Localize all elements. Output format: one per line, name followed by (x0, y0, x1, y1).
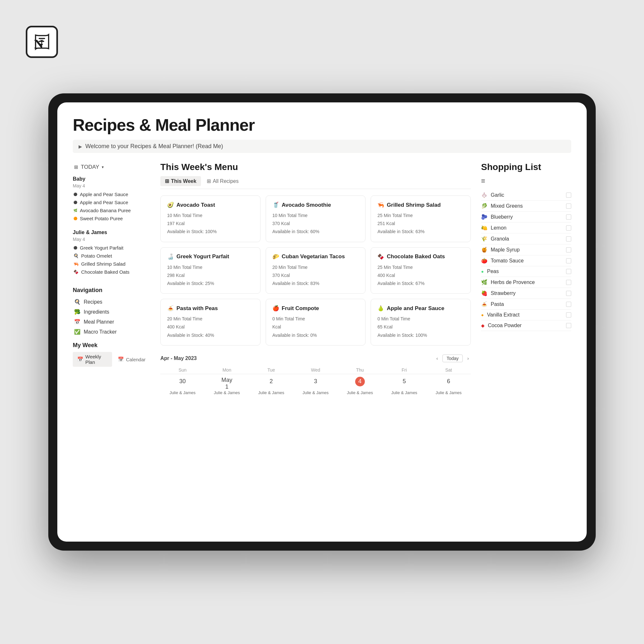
sidebar-item-apple-pear-1[interactable]: ⚫ Apple and Pear Sauce (73, 190, 150, 198)
card-stock: Available in Stock: 60% (272, 228, 359, 236)
shopping-item-strawberry[interactable]: 🍓 Strawberry (481, 288, 571, 299)
item-label: Garlic (491, 192, 504, 198)
card-title-text: Apple and Pear Sauce (387, 305, 444, 312)
shopping-item-peas[interactable]: ● Peas (481, 266, 571, 277)
cal-day-5[interactable]: 5 (382, 374, 427, 390)
nav-label: Ingredients (84, 309, 109, 315)
shopping-item-left: 🍓 Strawberry (481, 290, 516, 296)
cal-day-may1[interactable]: May 1 (205, 374, 249, 390)
cal-prev-btn[interactable]: ‹ (434, 355, 440, 362)
item-label: Tomato Sauce (491, 258, 524, 264)
shopping-item-blueberry[interactable]: 🫐 Blueberry (481, 212, 571, 223)
day-header-mon: Mon (205, 366, 249, 374)
all-recipes-icon: ⊞ (207, 178, 211, 184)
item-label: Blueberry (491, 214, 513, 220)
shopping-item-tomato-sauce[interactable]: 🍅 Tomato Sauce (481, 255, 571, 266)
sidebar-item-greek-yogurt[interactable]: ⚫ Greek Yogurt Parfait (73, 244, 150, 252)
shopping-checkbox[interactable] (566, 302, 571, 307)
shopping-checkbox[interactable] (566, 225, 571, 231)
cal-day-6[interactable]: 6 (426, 374, 471, 390)
welcome-banner[interactable]: ▶ Welcome to your Recipes & Meal Planner… (73, 140, 571, 153)
shopping-items: 🧄 Garlic 🥬 Mixed Greens (481, 190, 571, 331)
recipe-card-choc-oats[interactable]: 🍫 Chocolate Baked Oats 25 Min Total Time… (371, 247, 471, 294)
menu-section-title: This Week's Menu (160, 162, 471, 172)
tab-all-recipes[interactable]: ⊞ All Recipes (202, 176, 243, 186)
shrimp-icon: 🦐 (73, 261, 79, 266)
sidebar-item-sweet-potato[interactable]: 🟠 Sweet Potato Puree (73, 214, 150, 223)
card-meta: 25 Min Total Time 400 Kcal Available in … (377, 263, 464, 288)
shopping-item-herbs[interactable]: 🌿 Herbs de Provence (481, 277, 571, 288)
recipe-card-grilled-shrimp[interactable]: 🦐 Grilled Shrimp Salad 25 Min Total Time… (371, 195, 471, 242)
shopping-item-vanilla[interactable]: ● Vanilla Extract (481, 310, 571, 320)
sidebar-section-baby: Baby May 4 ⚫ Apple and Pear Sauce ⚫ Appl… (73, 176, 150, 223)
shopping-checkbox[interactable] (566, 204, 571, 209)
fruit-icon: 🍎 (272, 305, 279, 312)
shopping-checkbox[interactable] (566, 269, 571, 274)
grid-icon: ⊞ (74, 164, 78, 170)
day-number: 4 (355, 377, 365, 386)
recipe-card-pasta-peas[interactable]: 🍝 Pasta with Peas 20 Min Total Time 400 … (160, 299, 260, 346)
cal-day-30[interactable]: 30 (160, 374, 205, 390)
tablet-screen: Recipes & Meal Planner ▶ Welcome to your… (57, 102, 587, 542)
shopping-item-cocoa[interactable]: ◆ Cocoa Powder (481, 320, 571, 331)
sidebar-item-avocado-banana[interactable]: 🌿 Avocado Banana Puree (73, 206, 150, 214)
tab-calendar[interactable]: 📅 Calendar (113, 352, 150, 367)
my-week-title: My Week (73, 342, 150, 349)
dot-icon-5: ⚫ (73, 246, 77, 250)
cal-day-3[interactable]: 3 (293, 374, 338, 390)
recipe-card-fruit-compote[interactable]: 🍎 Fruit Compote 0 Min Total Time Kcal Av… (266, 299, 366, 346)
cal-day-2[interactable]: 2 (249, 374, 293, 390)
card-stock: Available in Stock: 25% (167, 279, 254, 288)
recipe-card-cuban-tacos[interactable]: 🌮 Cuban Vegetarian Tacos 20 Min Total Ti… (266, 247, 366, 294)
recipe-card-avocado-toast[interactable]: 🥑 Avocado Toast 10 Min Total Time 197 Kc… (160, 195, 260, 242)
sidebar-item-choc-oats[interactable]: 🍫 Chocolate Baked Oats (73, 268, 150, 276)
item-label: Maple Syrup (491, 247, 520, 253)
sidebar-item-label: Chocolate Baked Oats (81, 269, 129, 275)
shopping-item-lemon[interactable]: 🍋 Lemon (481, 223, 571, 233)
shopping-checkbox[interactable] (566, 214, 571, 220)
shopping-item-pasta[interactable]: 🍝 Pasta (481, 299, 571, 310)
shopping-list-icon: ≡ (481, 177, 571, 185)
sidebar-item-shrimp-salad[interactable]: 🦐 Grilled Shrimp Salad (73, 260, 150, 268)
card-meta: 10 Min Total Time 197 Kcal Available in … (167, 212, 254, 236)
shopping-checkbox[interactable] (566, 312, 571, 317)
dot-icon-3: 🌿 (73, 209, 77, 212)
nav-item-recipes[interactable]: 🍳 Recipes (73, 297, 150, 307)
tab-this-week[interactable]: ⊞ This Week (160, 176, 201, 186)
today-header[interactable]: ⊞ TODAY ▾ (73, 162, 150, 172)
card-stock: Available in Stock: 40% (167, 331, 254, 339)
shopping-checkbox[interactable] (566, 280, 571, 285)
tab-weekly-plan[interactable]: 📅 Weekly Plan (73, 352, 112, 367)
shopping-checkbox[interactable] (566, 291, 571, 296)
sidebar-section-jj-date: May 4 (73, 237, 150, 242)
shopping-item-granola[interactable]: 🌾 Granola (481, 233, 571, 244)
nav-item-meal-planner[interactable]: 📅 Meal Planner (73, 317, 150, 327)
nav-label: Recipes (84, 299, 102, 305)
sidebar-item-apple-pear-2[interactable]: ⚫ Apple and Pear Sauce (73, 198, 150, 206)
shopping-checkbox[interactable] (566, 193, 571, 198)
nav-label: Macro Tracker (84, 329, 117, 335)
recipe-card-apple-pear[interactable]: 🍐 Apple and Pear Sauce 0 Min Total Time … (371, 299, 471, 346)
shopping-item-mixed-greens[interactable]: 🥬 Mixed Greens (481, 201, 571, 212)
nav-item-macro-tracker[interactable]: ✅ Macro Tracker (73, 327, 150, 337)
shopping-checkbox[interactable] (566, 258, 571, 263)
shopping-item-maple-syrup[interactable]: 🍯 Maple Syrup (481, 244, 571, 255)
card-time: 10 Min Total Time (272, 212, 359, 220)
shopping-checkbox[interactable] (566, 236, 571, 241)
sidebar-section-julie-james: Julie & James May 4 ⚫ Greek Yogurt Parfa… (73, 230, 150, 276)
recipe-card-greek-yogurt[interactable]: 🍶 Greek Yogurt Parfait 10 Min Total Time… (160, 247, 260, 294)
shopping-item-garlic[interactable]: 🧄 Garlic (481, 190, 571, 201)
cal-day-4-today[interactable]: 4 (338, 374, 382, 390)
card-title: 🍶 Greek Yogurt Parfait (167, 253, 254, 260)
nav-item-ingredients[interactable]: 🥦 Ingredients (73, 307, 150, 317)
shopping-checkbox[interactable] (566, 247, 571, 252)
recipe-card-avocado-smoothie[interactable]: 🥤 Avocado Smoothie 10 Min Total Time 370… (266, 195, 366, 242)
recipes-icon: 🍳 (74, 299, 81, 305)
item-label: Lemon (491, 225, 507, 231)
cal-today-btn[interactable]: Today (442, 355, 463, 362)
cal-next-btn[interactable]: › (465, 355, 471, 362)
card-title-text: Fruit Compote (282, 305, 319, 312)
sidebar-item-potato-omelet[interactable]: 🍳 Potato Omelet (73, 252, 150, 260)
shopping-item-left: 🫐 Blueberry (481, 214, 513, 220)
shopping-checkbox[interactable] (566, 323, 571, 328)
